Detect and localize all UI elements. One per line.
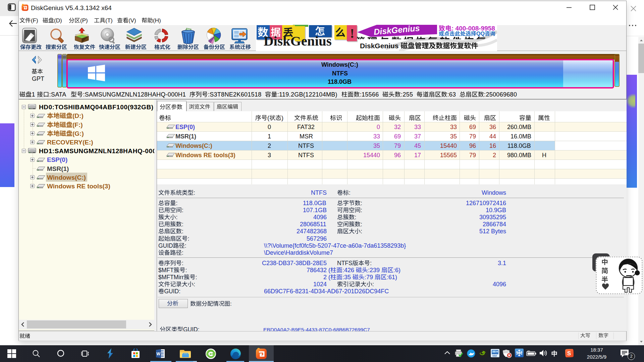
svg-text::255: :255 [401,91,413,98]
svg-text:2: 2 [268,142,271,149]
svg-text::: : [194,281,195,288]
svg-text:35: 35 [373,142,380,149]
svg-text:MSR: MSR [300,133,313,140]
svg-text:W: W [156,352,160,356]
svg-text:DiskGenius: DiskGenius [360,42,399,50]
svg-text::: : [188,235,190,242]
svg-text:(V): (V) [128,17,136,24]
svg-text:45: 45 [414,142,421,149]
svg-text:FAT32: FAT32 [297,124,315,130]
svg-text:247482368: 247482368 [297,228,327,235]
svg-text:(F:): (F:) [72,121,83,128]
svg-text:HD1:SAMSUNGMZNLN128HAHQ-000: HD1:SAMSUNGMZNLN128HAHQ-000 [39,147,156,155]
svg-text:15440: 15440 [440,142,457,149]
svg-text:32: 32 [394,124,401,130]
svg-text:RECOVERY(E:): RECOVERY(E:) [47,139,93,146]
svg-text:118.0GB: 118.0GB [328,78,352,85]
svg-text:36: 36 [489,124,496,130]
svg-text:79: 79 [469,133,476,140]
svg-text::: : [185,242,186,249]
svg-text:69: 69 [469,124,476,130]
svg-text:66D9C7F6-8231-4D34-AD67-201D26: 66D9C7F6-8231-4D34-AD67-201D26DC94FC [264,288,389,295]
svg-text:NTFS: NTFS [311,189,327,196]
svg-text:96: 96 [394,152,401,159]
svg-text:NTFS: NTFS [298,142,314,149]
svg-text::119.2GB(122104MB): :119.2GB(122104MB) [277,91,337,98]
svg-text:118.0GB: 118.0GB [507,142,531,149]
svg-text:NTFS: NTFS [332,70,348,77]
svg-text:GUID:: GUID: [164,288,181,295]
svg-text:MSR(1): MSR(1) [47,165,69,172]
svg-text:512 Bytes: 512 Bytes [479,228,506,235]
svg-text:4096: 4096 [493,281,506,288]
svg-text::SAMSUNGMZNLN128HAHQ-000H1: :SAMSUNGMZNLN128HAHQ-000H1 [83,91,186,98]
svg-text::15566: :15566 [360,91,379,98]
svg-text:96: 96 [469,142,476,149]
svg-text:\Device\HarddiskVolume7: \Device\HarddiskVolume7 [264,249,333,256]
svg-text:S: S [567,350,571,357]
svg-text::: : [194,189,195,196]
svg-text:Windows RE tools(3): Windows RE tools(3) [47,183,110,190]
svg-text::: : [361,207,362,214]
svg-text::: : [182,207,183,214]
svg-text:): ) [281,115,283,121]
svg-text:HD0:TOSHIBAMQ04ABF100(932GB): HD0:TOSHIBAMQ04ABF100(932GB) [39,104,154,111]
svg-text:260.0MB: 260.0MB [507,124,531,130]
svg-text:EBD0A0A2-B9E5-4433-87C0-68B6B7: EBD0A0A2-B9E5-4433-87C0-68B6B72699C7 [263,327,370,331]
svg-text:ESP(0): ESP(0) [47,156,67,163]
svg-text::: : [182,228,183,235]
svg-text:980.0MB: 980.0MB [507,152,531,159]
svg-text:16.0MB: 16.0MB [511,133,531,140]
svg-text:(D:): (D:) [72,112,84,119]
svg-text:37: 37 [414,133,421,140]
svg-text:(H): (H) [153,17,161,24]
svg-text::SATA: :SATA [49,91,66,98]
svg-text:Windows(C:): Windows(C:) [175,142,212,149]
svg-text:(D): (D) [54,17,62,24]
svg-text:(: ( [267,115,269,121]
svg-text:69: 69 [394,133,401,140]
svg-text::: : [182,249,183,256]
svg-text:GUID:: GUID: [183,326,200,331]
svg-text:(: ( [328,274,330,281]
svg-text:MSR(1): MSR(1) [175,133,196,140]
svg-text:33: 33 [414,124,421,130]
svg-text:H: H [542,152,546,159]
svg-text:Windows RE tools(3): Windows RE tools(3) [175,152,235,159]
svg-text::250069680: :250069680 [484,91,517,98]
svg-text:1: 1 [32,91,35,98]
svg-text:NTFS: NTFS [298,152,314,159]
svg-text:15565: 15565 [440,152,457,159]
svg-text:16: 16 [489,142,496,149]
svg-text:intel: intel [492,355,497,357]
svg-text:(F): (F) [31,17,38,24]
svg-text::: : [349,189,351,196]
svg-text:2: 2 [493,152,496,159]
svg-text:ESP(0): ESP(0) [175,124,195,130]
svg-text:44: 44 [489,133,496,140]
svg-text:3: 3 [268,152,271,159]
svg-text:33: 33 [450,124,457,130]
svg-text:79: 79 [394,142,401,149]
svg-text:Windows(C:): Windows(C:) [47,174,86,181]
svg-text::: : [361,228,362,235]
svg-text:15440: 15440 [363,152,380,159]
svg-text:33: 33 [373,133,380,140]
svg-text:Windows(C:): Windows(C:) [321,61,358,68]
svg-text:Windows: Windows [482,189,506,196]
svg-text:0: 0 [268,124,271,130]
svg-text:1: 1 [268,133,271,140]
svg-text:(T): (T) [105,17,113,24]
svg-text:0: 0 [377,124,380,130]
svg-text::S3T8NE2K601518: :S3T8NE2K601518 [208,91,262,98]
svg-text:(G:): (G:) [72,130,84,137]
svg-text::: : [230,301,232,307]
svg-text:QQ: QQ [476,31,485,37]
svg-text::63: :63 [447,91,456,98]
svg-text:(P): (P) [80,17,88,24]
svg-text:35: 35 [450,133,457,140]
svg-text:79: 79 [469,152,476,159]
svg-text::61): :61) [387,274,397,281]
svg-text:3.1: 3.1 [498,260,506,266]
svg-text:17: 17 [414,152,421,159]
